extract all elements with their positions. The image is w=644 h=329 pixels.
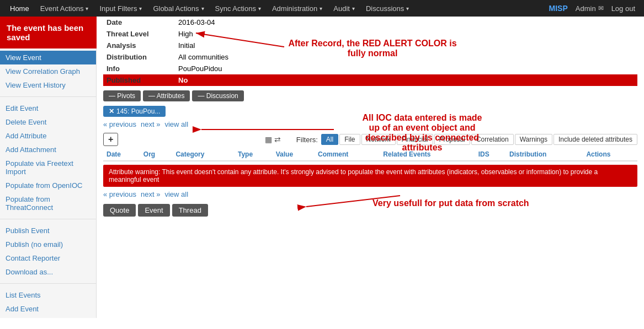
sidebar-item-delete-event[interactable]: Delete Event [0,115,96,129]
event-distribution-row: Distribution All communities [103,51,637,63]
sidebar: View Event View Correlation Graph View E… [0,48,97,318]
filter-all[interactable]: All [321,134,338,145]
filters-label: Filters: [296,136,318,144]
filter-proposal[interactable]: Proposal [434,134,470,145]
col-category: Category [172,148,235,161]
prev-link-bottom[interactable]: « previous [103,190,136,198]
date-label: Date [103,17,175,28]
pivots-button[interactable]: — Pivots [103,90,141,101]
analysis-label: Analysis [103,40,175,51]
discussion-button[interactable]: — Discussion [192,90,243,101]
sidebar-divider-1 [0,96,96,97]
view-all-link-bottom[interactable]: view all [164,190,188,198]
sidebar-item-view-event[interactable]: View Event [0,51,96,64]
pivots-row: — Pivots — Attributes — Discussion [103,90,637,101]
filter-include-deleted[interactable]: Include deleted attributes [553,134,637,145]
attribute-warning: Attribute warning: This event doesn't co… [103,165,637,187]
thread-button[interactable]: Thread [172,204,208,217]
misp-brand: MISP [545,4,572,13]
nav-home[interactable]: Home [4,0,35,17]
analysis-value: Initial [175,40,637,51]
sidebar-item-view-correlation[interactable]: View Correlation Graph [0,64,96,78]
main-layout: The event has been saved View Event View… [0,17,644,329]
event-button[interactable]: Event [138,204,169,217]
left-column: The event has been saved View Event View… [0,17,97,329]
filter-file[interactable]: File [339,134,360,145]
sidebar-item-publish[interactable]: Publish Event [0,224,96,238]
sidebar-divider-3 [0,283,96,284]
nav-sync-actions[interactable]: Sync Actions ▾ [210,0,267,17]
threat-value: High [175,28,637,40]
sidebar-divider-2 [0,219,96,219]
threat-label: Threat Level [103,28,175,40]
attributes-button[interactable]: — Attributes [143,90,190,101]
next-link-top[interactable]: next » [141,120,160,128]
col-org: Org [140,148,173,161]
bottom-buttons: Quote Event Thread [103,204,637,217]
sidebar-item-list-events[interactable]: List Events [0,288,96,302]
col-related: Related Events [380,148,475,161]
filter-network[interactable]: Network [361,134,396,145]
nav-administration[interactable]: Administration ▾ [267,0,328,17]
remove-tag-icon: ✕ [109,107,114,115]
pagination-top: « previous next » view all [103,120,637,128]
sidebar-item-publish-no-email[interactable]: Publish (no email) [0,238,96,251]
distribution-value: All communities [175,51,637,63]
event-info-row: Info PouPouPidou [103,63,637,74]
sidebar-item-populate-openioc[interactable]: Populate from OpenIOC [0,179,96,192]
logout-button[interactable]: Log out [607,4,640,13]
navbar-right: MISP Admin ✉ Log out [545,4,640,13]
alert-banner: The event has been saved [0,17,97,48]
sidebar-section-view: View Event View Correlation Graph View E… [0,48,96,94]
sidebar-item-contact-reporter[interactable]: Contact Reporter [0,251,96,265]
discussions-arrow: ▾ [406,6,409,12]
nav-discussions[interactable]: Discussions ▾ [360,0,414,17]
published-value: No [175,74,637,86]
prev-link-top[interactable]: « previous [103,120,136,128]
sync-actions-arrow: ▾ [258,6,261,12]
col-date: Date [103,148,140,161]
quote-button[interactable]: Quote [103,204,136,217]
envelope-icon: ✉ [598,4,604,12]
sidebar-item-populate-freetext[interactable]: Populate via Freetext Import [0,157,96,179]
next-link-bottom[interactable]: next » [141,190,160,198]
pagination-bottom: « previous next » view all [103,190,637,198]
event-analysis-row: Analysis Initial [103,40,637,51]
sidebar-item-download[interactable]: Download as... [0,265,96,279]
add-attribute-button[interactable]: + [103,133,118,146]
nav-global-actions[interactable]: Global Actions ▾ [147,0,209,17]
filter-financial[interactable]: Financial [397,134,433,145]
table-icon[interactable]: ▦ [265,135,272,144]
sidebar-item-add-attribute[interactable]: Add Attribute [0,129,96,143]
sidebar-item-add-event[interactable]: Add Event [0,302,96,316]
sidebar-item-view-history[interactable]: View Event History [0,78,96,92]
date-value: 2016-03-04 [175,17,637,28]
filters-row: Filters: All File Network Financial Prop… [296,134,637,145]
administration-arrow: ▾ [320,6,322,12]
info-value: PouPouPidou [175,63,637,74]
nav-audit[interactable]: Audit ▾ [328,0,360,17]
sidebar-item-edit-event[interactable]: Edit Event [0,101,96,115]
content-area: Date 2016-03-04 Threat Level High Analys… [97,17,644,329]
info-label: Info [103,63,175,74]
event-date-row: Date 2016-03-04 [103,17,637,28]
published-label: Published [103,74,175,86]
col-type: Type [235,148,273,161]
col-distribution: Distribution [506,148,583,161]
nav-event-actions[interactable]: Event Actions ▾ [35,0,94,17]
nav-input-filters[interactable]: Input Filters ▾ [94,0,147,17]
sidebar-section-publish: Publish Event Publish (no email) Contact… [0,222,96,281]
input-filters-arrow: ▾ [139,6,142,12]
col-actions: Actions [583,148,637,161]
filter-warnings[interactable]: Warnings [515,134,552,145]
sidebar-item-populate-threatconnect[interactable]: Populate from ThreatConnect [0,192,96,214]
admin-user: Admin ✉ [572,4,607,13]
sidebar-item-add-attachment[interactable]: Add Attachment [0,143,96,157]
alert-message: The event has been saved [7,23,90,42]
filter-correlation[interactable]: Correlation [471,134,514,145]
object-tag-145[interactable]: ✕ 145: PouPou... [103,106,166,117]
view-all-link-top[interactable]: view all [164,120,188,128]
shuffle-icon[interactable]: ⇄ [274,135,281,144]
object-tags-row: ✕ 145: PouPou... [103,106,637,117]
event-info-table: Date 2016-03-04 Threat Level High Analys… [103,17,637,86]
